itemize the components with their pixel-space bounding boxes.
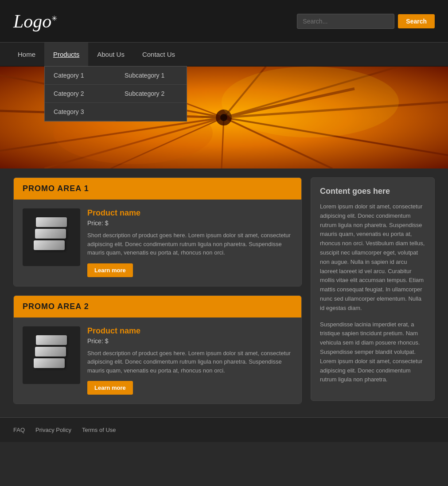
dropdown-subcategory-2[interactable]: Subcategory 2 (116, 85, 187, 103)
nav-item-products: Products Category 1 Category 2 Category … (44, 43, 88, 66)
stack-layer-4 (36, 335, 67, 345)
promo-header-2: PROMO AREA 2 (14, 296, 301, 317)
promo-area-2: PROMO AREA 2 Product name Price: $ Short… (13, 295, 302, 404)
nav-item-contact: Contact Us (133, 43, 184, 66)
dropdown-category-1[interactable]: Category 1 (45, 67, 116, 85)
product-desc-1: Short description of product goes here. … (87, 231, 292, 257)
dropdown-categories: Category 1 Category 2 Category 3 (45, 67, 116, 121)
dropdown-category-2[interactable]: Category 2 (45, 85, 116, 103)
nav-link-home[interactable]: Home (9, 43, 44, 66)
footer-link-privacy[interactable]: Privacy Policy (35, 427, 71, 433)
content-right: Content goes here Lorem ipsum dolor sit … (311, 177, 435, 404)
logo-star: ✳ (51, 15, 57, 22)
product-image-1 (23, 208, 80, 266)
dropdown-menu: Category 1 Category 2 Category 3 Subcate… (44, 66, 187, 122)
nav-item-about: About Us (88, 43, 133, 66)
logo: Logo✳ (13, 11, 57, 32)
stack-icon-1 (34, 217, 69, 257)
svg-point-15 (220, 114, 227, 121)
promo-header-1: PROMO AREA 1 (14, 178, 301, 200)
learn-more-btn-1[interactable]: Learn more (87, 263, 133, 277)
product-info-1: Product name Price: $ Short description … (87, 208, 292, 277)
nav-link-about[interactable]: About Us (88, 43, 133, 66)
stack-layer-2 (35, 229, 66, 239)
promo-body-2: Product name Price: $ Short description … (14, 317, 301, 404)
promo-title-1: PROMO AREA 1 (23, 184, 89, 193)
product-image-2 (23, 326, 80, 384)
promo-area-1: PROMO AREA 1 Product name Price: $ Short… (13, 177, 302, 286)
promo-body-1: Product name Price: $ Short description … (14, 200, 301, 286)
footer-link-faq[interactable]: FAQ (13, 427, 25, 433)
dropdown-category-3[interactable]: Category 3 (45, 103, 116, 121)
header: Logo✳ Search (0, 0, 448, 42)
dropdown-subcategories: Subcategory 1 Subcategory 2 (116, 67, 187, 121)
product-info-2: Product name Price: $ Short description … (87, 326, 292, 395)
product-name-1: Product name (87, 208, 292, 218)
learn-more-btn-2[interactable]: Learn more (87, 381, 133, 395)
product-price-1: Price: $ (87, 219, 292, 227)
svg-point-16 (222, 67, 399, 137)
product-price-2: Price: $ (87, 337, 292, 345)
sidebar-paragraph-1: Lorem ipsum dolor sit amet, consectetur … (320, 202, 425, 313)
search-area: Search (297, 14, 435, 29)
footer: FAQ Privacy Policy Terms of Use (0, 417, 448, 442)
stack-layer-5 (35, 347, 66, 357)
stack-layer-6 (34, 358, 65, 368)
content-left: PROMO AREA 1 Product name Price: $ Short… (13, 177, 302, 404)
dropdown-subcategory-1[interactable]: Subcategory 1 (116, 67, 187, 85)
nav-item-home: Home (9, 43, 44, 66)
nav-link-contact[interactable]: Contact Us (133, 43, 184, 66)
product-name-2: Product name (87, 326, 292, 336)
main-content: PROMO AREA 1 Product name Price: $ Short… (0, 169, 448, 413)
nav-link-products[interactable]: Products (44, 43, 88, 66)
footer-link-terms[interactable]: Terms of Use (82, 427, 116, 433)
logo-text: Logo (13, 11, 51, 31)
stack-layer-1 (36, 217, 67, 227)
sidebar-heading: Content goes here (320, 187, 425, 196)
nav: Home Products Category 1 Category 2 Cate… (0, 42, 448, 67)
stack-icon-2 (34, 335, 69, 375)
search-button[interactable]: Search (398, 14, 435, 28)
product-desc-2: Short description of product goes here. … (87, 349, 292, 375)
sidebar-box: Content goes here Lorem ipsum dolor sit … (311, 177, 435, 401)
sidebar-paragraph-2: Suspendisse lacinia imperdiet erat, a tr… (320, 320, 425, 385)
stack-layer-3 (34, 240, 65, 250)
promo-title-2: PROMO AREA 2 (23, 302, 89, 311)
search-input[interactable] (297, 14, 394, 29)
